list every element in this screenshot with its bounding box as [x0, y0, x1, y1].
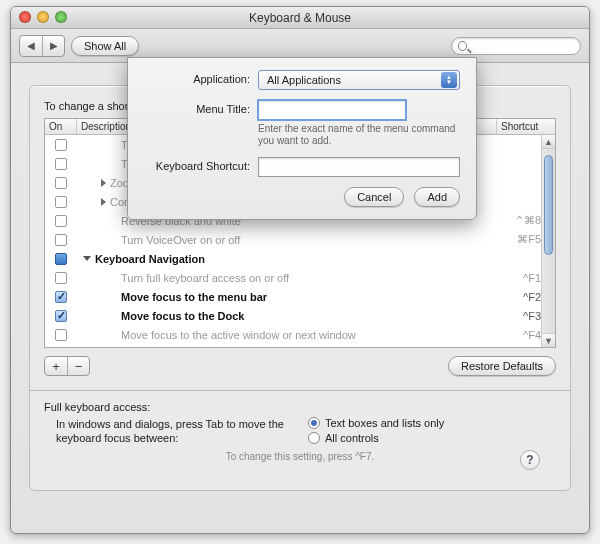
help-button[interactable]: ? — [520, 450, 540, 470]
row-label: Move focus to the active window or next … — [121, 329, 356, 341]
scroll-down-icon[interactable]: ▼ — [542, 333, 555, 347]
radio-icon — [308, 417, 320, 429]
add-row-button[interactable]: + — [45, 357, 67, 375]
back-button[interactable]: ◀ — [20, 36, 42, 56]
search-icon — [458, 41, 467, 51]
table-row[interactable]: Turn full keyboard access on or off^F1 — [45, 268, 555, 287]
scroll-up-icon[interactable]: ▲ — [542, 135, 555, 149]
checkbox[interactable] — [55, 158, 67, 170]
checkbox[interactable] — [55, 253, 67, 265]
popup-arrows-icon: ▲▼ — [441, 72, 457, 88]
window-title: Keyboard & Mouse — [249, 11, 351, 25]
application-popup[interactable]: All Applications ▲▼ — [258, 70, 460, 90]
keyboard-shortcut-field[interactable] — [258, 157, 460, 177]
fka-option2-label: All controls — [325, 432, 379, 444]
table-row[interactable]: Turn VoiceOver on or off⌘F5 — [45, 230, 555, 249]
table-row[interactable]: Move focus to the window toolbar^F5 — [45, 344, 555, 347]
row-label: Turn VoiceOver on or off — [121, 234, 240, 246]
fka-heading: Full keyboard access: — [44, 401, 556, 413]
forward-button[interactable]: ▶ — [42, 36, 64, 56]
close-icon[interactable] — [19, 11, 31, 23]
checkbox[interactable] — [55, 272, 67, 284]
menu-title-field[interactable] — [258, 100, 406, 120]
row-label: Move focus to the Dock — [121, 310, 244, 322]
table-controls: + − Restore Defaults — [44, 356, 556, 376]
col-shortcut[interactable]: Shortcut — [497, 119, 555, 134]
table-row[interactable]: Keyboard Navigation — [45, 249, 555, 268]
nav-back-forward: ◀ ▶ — [19, 35, 65, 57]
scroll-thumb[interactable] — [544, 155, 553, 255]
titlebar[interactable]: Keyboard & Mouse — [11, 7, 589, 29]
application-label: Application: — [138, 70, 250, 85]
disclosure-down-icon[interactable] — [83, 256, 91, 261]
checkbox[interactable] — [55, 177, 67, 189]
disclosure-right-icon[interactable] — [101, 179, 106, 187]
zoom-icon[interactable] — [55, 11, 67, 23]
checkbox[interactable] — [55, 196, 67, 208]
row-label: Move focus to the menu bar — [121, 291, 267, 303]
menu-title-label: Menu Title: — [138, 100, 250, 115]
window-controls — [19, 11, 67, 23]
scrollbar[interactable]: ▲ ▼ — [541, 135, 555, 347]
disclosure-right-icon[interactable] — [101, 198, 106, 206]
full-keyboard-access: Full keyboard access: In windows and dia… — [44, 401, 556, 480]
table-row[interactable]: Move focus to the active window or next … — [45, 325, 555, 344]
search-input[interactable] — [471, 40, 574, 52]
show-all-button[interactable]: Show All — [71, 36, 139, 56]
col-on[interactable]: On — [45, 119, 77, 134]
checkbox[interactable] — [55, 291, 67, 303]
table-row[interactable]: Move focus to the menu bar^F2 — [45, 287, 555, 306]
add-remove-segmented: + − — [44, 356, 90, 376]
add-button[interactable]: Add — [414, 187, 460, 207]
remove-row-button[interactable]: − — [67, 357, 89, 375]
checkbox[interactable] — [55, 310, 67, 322]
minimize-icon[interactable] — [37, 11, 49, 23]
row-label: Keyboard Navigation — [95, 253, 205, 265]
search-field[interactable] — [451, 37, 581, 55]
fka-hint: To change this setting, press ^F7. — [44, 451, 556, 462]
fka-description: In windows and dialogs, press Tab to mov… — [44, 417, 294, 445]
fka-radio-group: Text boxes and lists only All controls — [308, 417, 444, 444]
divider — [30, 390, 570, 391]
prefs-window: Keyboard & Mouse ◀ ▶ Show All To change … — [10, 6, 590, 534]
fka-option-allcontrols[interactable]: All controls — [308, 432, 444, 444]
fka-option1-label: Text boxes and lists only — [325, 417, 444, 429]
row-label: Turn full keyboard access on or off — [121, 272, 289, 284]
fka-option-textboxes[interactable]: Text boxes and lists only — [308, 417, 444, 429]
checkbox[interactable] — [55, 329, 67, 341]
checkbox[interactable] — [55, 234, 67, 246]
restore-defaults-button[interactable]: Restore Defaults — [448, 356, 556, 376]
radio-icon — [308, 432, 320, 444]
keyboard-shortcut-label: Keyboard Shortcut: — [138, 157, 250, 172]
table-row[interactable]: Move focus to the Dock^F3 — [45, 306, 555, 325]
application-value: All Applications — [267, 74, 341, 86]
checkbox[interactable] — [55, 139, 67, 151]
menu-title-help: Enter the exact name of the menu command… — [258, 123, 460, 147]
cancel-button[interactable]: Cancel — [344, 187, 404, 207]
add-shortcut-sheet: Application: All Applications ▲▼ Menu Ti… — [127, 57, 477, 220]
checkbox[interactable] — [55, 215, 67, 227]
